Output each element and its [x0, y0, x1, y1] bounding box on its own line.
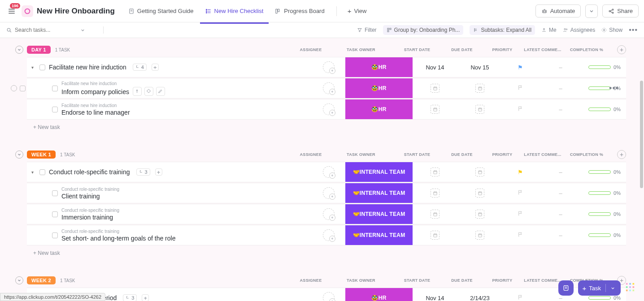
row-more-button[interactable]: ••• [609, 84, 619, 93]
date-picker[interactable] [431, 210, 439, 219]
edit-button[interactable] [156, 87, 165, 96]
completion-cell[interactable]: 0% [588, 64, 621, 70]
show-button[interactable]: Show [601, 27, 622, 33]
assignee-picker[interactable] [323, 187, 335, 199]
rename-button[interactable] [133, 87, 142, 96]
priority-picker[interactable] [518, 294, 523, 301]
priority-picker[interactable] [518, 211, 523, 218]
task-owner-tag[interactable]: 🥸HR [345, 99, 413, 119]
task-name[interactable]: Facilitate new hire induction [49, 64, 126, 71]
date-picker[interactable] [431, 168, 439, 176]
assignee-picker[interactable] [323, 103, 335, 115]
tag-button[interactable] [144, 87, 153, 96]
date-picker[interactable] [475, 189, 484, 198]
task-row[interactable]: ▾ Track onboarding period 3 + 🥸HR Nov 14… [27, 288, 626, 301]
add-subtask-button[interactable]: + [152, 64, 159, 71]
parent-breadcrumb[interactable]: Facilitate new hire induction [61, 81, 165, 86]
assignee-picker[interactable] [323, 166, 335, 178]
date-picker[interactable] [431, 189, 439, 198]
assignee-picker[interactable] [323, 208, 335, 220]
collapse-group-button[interactable] [15, 150, 23, 159]
select-circle[interactable] [11, 85, 17, 91]
priority-flag-low[interactable]: ⚑ [518, 64, 523, 71]
menu-button[interactable]: 196 [5, 5, 18, 17]
tab-getting-started[interactable]: Getting Started Guide [123, 4, 199, 18]
completion-cell[interactable]: 0% [588, 169, 621, 175]
automate-button[interactable]: Automate [535, 4, 581, 17]
add-column-button[interactable]: + [617, 45, 626, 54]
share-button[interactable]: Share [602, 4, 639, 17]
priority-picker[interactable] [518, 232, 523, 239]
task-name[interactable]: Set short- and long-term goals of the ro… [61, 235, 175, 242]
assignees-button[interactable]: Assignees [563, 27, 595, 33]
assignee-picker[interactable] [323, 61, 335, 73]
task-checkbox[interactable] [52, 86, 58, 91]
group-pill[interactable]: WEEK 1 [27, 150, 56, 159]
date-picker[interactable] [431, 105, 439, 114]
start-date[interactable]: Nov 14 [426, 64, 444, 71]
add-view-button[interactable]: + View [343, 4, 371, 17]
more-button[interactable]: ••• [629, 26, 638, 34]
group-pill[interactable]: WEEK 2 [27, 276, 56, 284]
completion-cell[interactable]: 0% [588, 232, 621, 238]
task-owner-tag[interactable]: 🤝INTERNAL TEAM [345, 183, 413, 203]
subtask-row[interactable]: Conduct role-specific training Immersion… [27, 204, 626, 224]
task-name[interactable]: Immersion training [61, 214, 119, 221]
task-checkbox[interactable] [52, 232, 58, 238]
parent-breadcrumb[interactable]: Conduct role-specific training [61, 229, 175, 234]
due-date[interactable]: 2/14/23 [470, 295, 489, 301]
task-name[interactable]: Conduct role-specific training [49, 168, 130, 176]
add-subtask-button[interactable]: + [142, 294, 149, 301]
expand-caret[interactable]: ▾ [31, 170, 36, 175]
task-checkbox[interactable] [52, 107, 58, 112]
priority-picker[interactable] [518, 85, 523, 92]
drag-handle[interactable] [20, 86, 26, 91]
date-picker[interactable] [475, 210, 484, 219]
automate-dropdown[interactable] [585, 4, 598, 18]
date-picker[interactable] [475, 105, 484, 114]
task-checkbox[interactable] [39, 169, 45, 175]
task-owner-tag[interactable]: 🥸HR [345, 288, 413, 301]
task-owner-tag[interactable]: 🥸HR [345, 78, 413, 98]
task-name[interactable]: Inform company policies [61, 87, 165, 96]
me-button[interactable]: Me [541, 27, 557, 33]
date-picker[interactable] [475, 168, 484, 176]
task-owner-tag[interactable]: 🤝INTERNAL TEAM [345, 225, 413, 245]
completion-cell[interactable]: 0% [588, 295, 621, 301]
new-task-button[interactable]: + New task [27, 120, 626, 135]
task-name[interactable]: Client training [61, 193, 119, 200]
task-owner-tag[interactable]: 🤝INTERNAL TEAM [345, 204, 413, 224]
notepad-fab[interactable] [558, 280, 574, 296]
expand-caret[interactable]: ▾ [31, 65, 36, 70]
subtask-row[interactable]: Facilitate new hire induction Inform com… [27, 78, 626, 99]
priority-picker[interactable] [518, 106, 523, 113]
subtasks-button[interactable]: Subtasks: Expand All [470, 25, 535, 35]
subtask-count[interactable]: 3 [123, 294, 137, 301]
group-by-button[interactable]: Group by: Onboarding Ph... [383, 25, 464, 35]
parent-breadcrumb[interactable]: Facilitate new hire induction [61, 103, 130, 108]
task-row[interactable]: ▾ Conduct role-specific training 3 + 🤝IN… [27, 162, 626, 182]
apps-fab[interactable] [625, 282, 637, 294]
add-column-button[interactable]: + [617, 150, 626, 159]
group-pill[interactable]: DAY 1 [27, 46, 51, 54]
start-date[interactable]: Nov 14 [426, 295, 444, 301]
parent-breadcrumb[interactable]: Conduct role-specific training [61, 208, 119, 213]
chevron-down-icon[interactable] [80, 28, 85, 33]
chevron-down-icon[interactable] [610, 286, 615, 291]
task-owner-tag[interactable]: 🤝INTERNAL TEAM [345, 162, 413, 182]
subtask-count[interactable]: 3 [136, 168, 150, 176]
search-input[interactable] [15, 27, 78, 33]
task-owner-tag[interactable]: 🥸HR [345, 57, 413, 77]
assignee-picker[interactable] [323, 292, 335, 301]
completion-cell[interactable]: 0% [588, 107, 621, 112]
completion-cell[interactable]: 0% [588, 211, 621, 217]
assignee-picker[interactable] [323, 82, 335, 94]
date-picker[interactable] [475, 84, 484, 93]
scrollbar-thumb[interactable] [640, 81, 643, 188]
date-picker[interactable] [431, 84, 439, 93]
due-date[interactable]: Nov 15 [470, 64, 489, 71]
subtask-row[interactable]: Conduct role-specific training Set short… [27, 225, 626, 245]
task-row[interactable]: ▾ Facilitate new hire induction 4 + 🥸HR … [27, 57, 626, 77]
new-task-button[interactable]: + New task [27, 245, 626, 261]
filter-button[interactable]: Filter [357, 27, 377, 33]
